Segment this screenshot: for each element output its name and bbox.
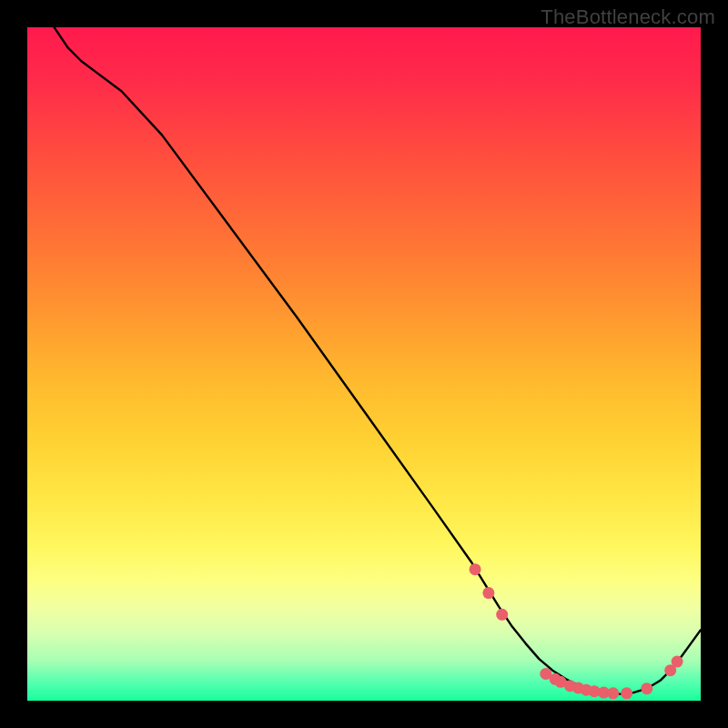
watermark-text: TheBottleneck.com xyxy=(541,5,715,29)
marker-dot xyxy=(607,687,619,699)
marker-dot xyxy=(621,687,632,699)
markers-group xyxy=(470,563,683,699)
marker-dot xyxy=(672,656,683,668)
marker-dot xyxy=(470,563,481,575)
marker-dot xyxy=(482,587,494,599)
marker-dot xyxy=(496,609,508,621)
plot-area xyxy=(27,27,701,701)
chart-svg xyxy=(27,27,701,701)
marker-dot xyxy=(641,682,652,694)
curve-line xyxy=(55,27,701,694)
